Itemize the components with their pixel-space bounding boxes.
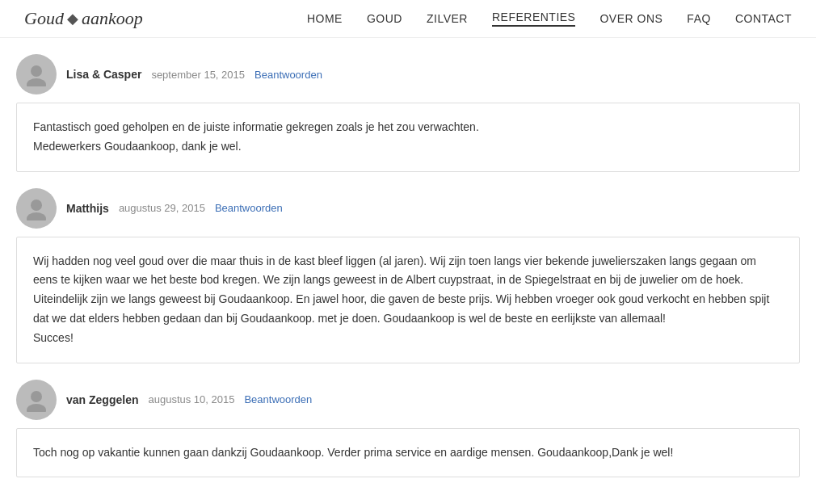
svg-point-1 (27, 78, 46, 86)
svg-point-3 (27, 212, 46, 220)
comment-header-3: van Zeggelenaugustus 10, 2015Beantwoorde… (16, 372, 800, 428)
nav-item-zilver[interactable]: ZILVER (427, 12, 468, 25)
svg-point-4 (31, 391, 42, 402)
avatar-2 (16, 188, 57, 229)
svg-point-0 (31, 65, 42, 77)
comment-body-1: Fantastisch goed geholpen en de juiste i… (16, 103, 800, 172)
svg-point-5 (27, 404, 46, 412)
nav-item-referenties[interactable]: REFERENTIES (492, 10, 576, 27)
reply-link-2[interactable]: Beantwoorden (215, 202, 283, 214)
main-nav: HOMEGOUDZILVERREFERENTIESOVER ONSFAQCONT… (307, 10, 792, 27)
comment-meta-2: Matthijsaugustus 29, 2015Beantwoorden (66, 202, 283, 215)
avatar-3 (16, 380, 57, 420)
avatar-1 (16, 54, 57, 94)
commenter-name-1: Lisa & Casper (66, 68, 141, 81)
nav-item-contact[interactable]: CONTACT (735, 12, 792, 25)
nav-item-goud[interactable]: GOUD (367, 12, 402, 25)
comment-block-1: Lisa & Casperseptember 15, 2015Beantwoor… (16, 46, 800, 172)
reply-link-1[interactable]: Beantwoorden (254, 69, 322, 81)
site-logo[interactable]: Goud ◆ aankoop (24, 8, 143, 29)
commenter-name-2: Matthijs (66, 202, 109, 215)
nav-item-faq[interactable]: FAQ (687, 12, 711, 25)
comment-body-3: Toch nog op vakantie kunnen gaan dankzij… (16, 428, 800, 478)
comment-header-2: Matthijsaugustus 29, 2015Beantwoorden (16, 180, 800, 237)
logo-text-aankoop: aankoop (82, 8, 143, 29)
site-header: Goud ◆ aankoop HOMEGOUDZILVERREFERENTIES… (0, 0, 816, 38)
nav-item-over ons[interactable]: OVER ONS (599, 12, 662, 25)
main-content: Lisa & Casperseptember 15, 2015Beantwoor… (0, 38, 816, 494)
comment-body-2: Wij hadden nog veel goud over die maar t… (16, 237, 800, 363)
reply-link-3[interactable]: Beantwoorden (244, 393, 312, 405)
comment-date-2: augustus 29, 2015 (119, 202, 205, 214)
comment-header-1: Lisa & Casperseptember 15, 2015Beantwoor… (16, 46, 800, 103)
comment-date-3: augustus 10, 2015 (148, 393, 234, 405)
svg-point-2 (31, 200, 42, 211)
comment-date-1: september 15, 2015 (151, 69, 245, 81)
comment-meta-3: van Zeggelenaugustus 10, 2015Beantwoorde… (66, 393, 312, 406)
nav-item-home[interactable]: HOME (307, 12, 343, 25)
commenter-name-3: van Zeggelen (66, 393, 138, 406)
logo-text-goud: Goud (24, 8, 64, 29)
logo-diamond-icon: ◆ (67, 10, 78, 27)
comment-meta-1: Lisa & Casperseptember 15, 2015Beantwoor… (66, 68, 322, 81)
comment-block-3: van Zeggelenaugustus 10, 2015Beantwoorde… (16, 372, 800, 478)
comment-block-2: Matthijsaugustus 29, 2015BeantwoordenWij… (16, 180, 800, 363)
